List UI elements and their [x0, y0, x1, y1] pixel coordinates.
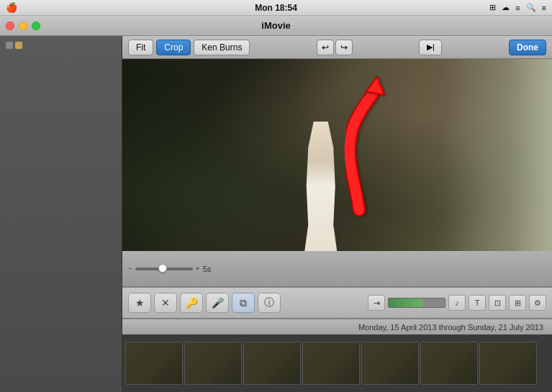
favorites-button[interactable]: ★	[128, 293, 151, 313]
maps-button[interactable]: ⊞	[509, 295, 526, 311]
video-toolbar: Fit Crop Ken Burns ↩ ↪ ▶| Don	[122, 36, 552, 59]
traffic-lights	[6, 22, 40, 30]
timeline-duration: 5s	[203, 265, 212, 273]
x-icon: ✕	[161, 297, 170, 309]
wifi-icon: ≡	[515, 4, 520, 12]
filmstrip-thumb-5[interactable]	[361, 342, 419, 385]
sidebar	[0, 36, 122, 392]
keyword-button[interactable]: 🔑	[180, 293, 203, 313]
apple-menu[interactable]: 🍎	[6, 2, 17, 13]
main-area: Fit Crop Ken Burns ↩ ↪ ▶| Don	[0, 36, 552, 392]
done-button[interactable]: Done	[509, 40, 546, 55]
titles-button[interactable]: T	[469, 295, 486, 311]
inspector-button[interactable]: ⓘ	[258, 293, 281, 313]
close-button[interactable]	[6, 22, 14, 30]
redo-button[interactable]: ↪	[335, 40, 353, 55]
sidebar-dot-2[interactable]	[15, 42, 22, 49]
menubar: 🍎 Mon 18:54 ⊞ ☁ ≡ 🔍 ≡	[0, 0, 552, 16]
zoom-out-icon: −	[128, 265, 132, 273]
music-icon: ♪	[455, 298, 459, 307]
filmstrip-thumb-2[interactable]	[184, 342, 242, 385]
window-title: iMovie	[261, 20, 290, 31]
filmstrip[interactable]	[122, 334, 552, 392]
menubar-icons: ⊞ ☁ ≡ 🔍 ≡	[489, 3, 546, 12]
search-icon[interactable]: 🔍	[526, 3, 536, 12]
ken-burns-button[interactable]: Ken Burns	[194, 40, 250, 55]
video-preview	[122, 59, 552, 251]
transitions-icon: ⊡	[494, 298, 501, 308]
play-to-end-icon: ▶|	[427, 42, 435, 52]
play-to-end-button[interactable]: ▶|	[419, 40, 442, 55]
sidebar-controls	[0, 39, 122, 52]
bluetooth-icon: ☁	[502, 3, 510, 12]
crop-tool-button[interactable]: ⧉	[232, 293, 255, 313]
filmstrip-thumb-3[interactable]	[243, 342, 301, 385]
undo-redo-group: ↩ ↪	[317, 40, 353, 55]
slider-track[interactable]	[135, 268, 193, 270]
video-background	[122, 59, 552, 251]
menu-icon[interactable]: ≡	[542, 4, 546, 12]
key-icon: 🔑	[186, 297, 198, 309]
themes-button[interactable]: ⚙	[529, 295, 546, 311]
date-range-text: Monday, 15 April 2013 through Sunday, 21…	[358, 323, 543, 332]
star-icon: ★	[135, 297, 145, 309]
maximize-button[interactable]	[32, 22, 40, 30]
undo-icon: ↩	[322, 42, 329, 53]
battery-icon: ⊞	[489, 3, 496, 12]
sidebar-content	[0, 52, 122, 392]
voiceover-button[interactable]: 🎤	[206, 293, 229, 313]
title-bar: iMovie	[0, 16, 552, 36]
timeline-controls: − + 5s	[122, 251, 552, 287]
text-icon: T	[475, 298, 480, 307]
fit-button[interactable]: Fit	[128, 40, 153, 55]
info-icon: ⓘ	[264, 296, 274, 309]
volume-bar[interactable]	[388, 298, 445, 308]
crop-button[interactable]: Crop	[156, 40, 191, 55]
app-window: iMovie Fit Crop Ken Burns	[0, 16, 552, 392]
undo-button[interactable]: ↩	[317, 40, 334, 55]
filmstrip-thumb-1[interactable]	[125, 342, 183, 385]
maps-icon: ⊞	[515, 298, 521, 308]
redo-icon: ↪	[340, 42, 348, 53]
filmstrip-thumb-6[interactable]	[420, 342, 478, 385]
menubar-time: Mon 18:54	[255, 3, 297, 13]
window-light	[444, 59, 552, 251]
music-button[interactable]: ♪	[448, 295, 466, 311]
date-bar: Monday, 15 April 2013 through Sunday, 21…	[122, 319, 552, 334]
bottom-toolbar: ★ ✕ 🔑 🎤 ⧉ ⓘ	[122, 287, 552, 319]
transitions-button[interactable]: ⊡	[489, 295, 506, 311]
filmstrip-thumb-4[interactable]	[302, 342, 360, 385]
reject-button[interactable]: ✕	[154, 293, 177, 313]
themes-icon: ⚙	[534, 298, 541, 308]
crop-tool-icon: ⧉	[240, 297, 247, 309]
zoom-slider[interactable]: − +	[128, 265, 200, 273]
audio-detach-icon: ⇥	[374, 298, 380, 308]
audio-detach-button[interactable]: ⇥	[368, 295, 385, 311]
content-area: Fit Crop Ken Burns ↩ ↪ ▶| Don	[122, 36, 552, 392]
slider-thumb[interactable]	[158, 264, 167, 273]
minimize-button[interactable]	[19, 22, 27, 30]
filmstrip-thumb-7[interactable]	[479, 342, 537, 385]
sidebar-dot-1[interactable]	[6, 42, 13, 49]
mic-icon: 🎤	[212, 297, 224, 309]
right-controls: ⇥ ♪ T ⊡ ⊞ ⚙	[368, 295, 546, 311]
zoom-in-icon: +	[196, 265, 200, 273]
